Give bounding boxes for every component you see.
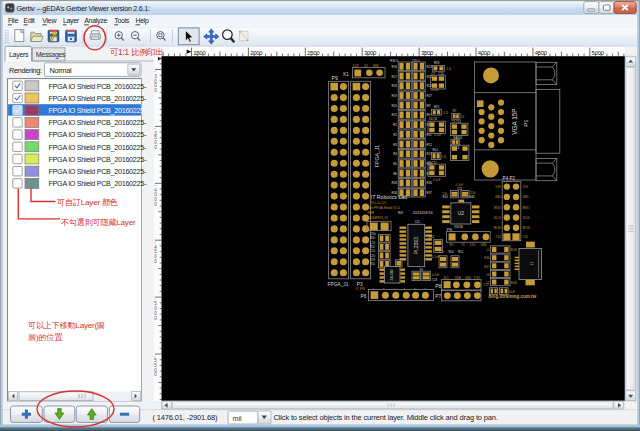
svg-text:GND: GND xyxy=(465,276,471,280)
svg-text:R5: R5 xyxy=(393,162,397,166)
svg-text:C14: C14 xyxy=(370,241,375,245)
svg-text:R36: R36 xyxy=(427,181,433,185)
svg-text:U1: U1 xyxy=(415,220,420,224)
svg-text:U2: U2 xyxy=(458,211,464,216)
svg-text:可自訂Layer 顏色: 可自訂Layer 顏色 xyxy=(57,198,118,207)
svg-text:IT Robotics Lab: IT Robotics Lab xyxy=(371,194,407,200)
svg-text:MOSI: MOSI xyxy=(522,226,529,230)
svg-text:VGA 15P: VGA 15P xyxy=(511,108,518,134)
svg-text:PWR: PWR xyxy=(368,211,375,215)
svg-text:0: 0 xyxy=(154,372,157,377)
svg-text:R17: R17 xyxy=(391,75,397,79)
svg-text:Th 0.1u C21: Th 0.1u C21 xyxy=(371,201,387,205)
svg-text:24LC02: 24LC02 xyxy=(391,269,395,280)
svg-text:K1: K1 xyxy=(343,72,349,77)
svg-text:MOSI: MOSI xyxy=(494,226,501,230)
svg-text:FPGA IO Shield PCB_20160225-: FPGA IO Shield PCB_20160225- xyxy=(49,179,147,188)
svg-text:SCLK: SCLK xyxy=(494,216,501,220)
svg-text:2500: 2500 xyxy=(307,50,320,56)
svg-text:TX: TX xyxy=(461,243,465,247)
svg-text:C18: C18 xyxy=(432,278,438,282)
svg-text:R47: R47 xyxy=(484,265,490,269)
svg-text:0.2uF: 0.2uF xyxy=(431,88,439,92)
svg-text:Click to select objects in the: Click to select objects in the current l… xyxy=(274,413,498,422)
svg-text:2015/03/16: 2015/03/16 xyxy=(413,210,434,215)
svg-text:3500: 3500 xyxy=(421,50,434,56)
svg-text:R40: R40 xyxy=(370,236,375,240)
svg-text:4.7k: 4.7k xyxy=(439,250,445,254)
svg-text:R3: R3 xyxy=(393,143,397,147)
svg-text:CS1: CS1 xyxy=(522,235,528,239)
svg-text:Analyze: Analyze xyxy=(84,17,107,25)
svg-text:P4 P2: P4 P2 xyxy=(503,176,516,181)
svg-text:3.3V: 3.3V xyxy=(470,243,476,247)
svg-text:層)的位置: 層)的位置 xyxy=(28,333,63,342)
svg-text:R50: R50 xyxy=(370,262,375,266)
svg-text:C12: C12 xyxy=(429,235,435,239)
svg-text:FPGA_J1: FPGA_J1 xyxy=(374,145,380,168)
svg-text:R44: R44 xyxy=(443,195,449,199)
svg-text:CS2: CS2 xyxy=(496,235,502,239)
svg-text:MISO: MISO xyxy=(494,206,502,210)
svg-text:0 Ω: 0 Ω xyxy=(443,111,447,115)
svg-text:0: 0 xyxy=(154,316,157,321)
svg-text:R28: R28 xyxy=(434,61,440,65)
svg-text:R51: R51 xyxy=(458,250,464,254)
svg-text:R34 0: R34 0 xyxy=(390,59,398,63)
svg-text:C6 C8: C6 C8 xyxy=(429,117,437,121)
svg-text:SDA: SDA xyxy=(455,276,461,280)
svg-text:BLM: BLM xyxy=(511,281,517,285)
svg-text:R16: R16 xyxy=(391,65,397,69)
svg-text:2000: 2000 xyxy=(250,50,263,56)
svg-text:SCLK: SCLK xyxy=(522,216,529,220)
svg-text:3.3V: 3.3V xyxy=(522,185,528,189)
svg-text:R18: R18 xyxy=(391,84,397,88)
svg-text:C15: C15 xyxy=(483,283,489,287)
svg-text:4500: 4500 xyxy=(535,50,548,56)
svg-text:Normal: Normal xyxy=(50,66,72,75)
svg-text:0.1uF: 0.1uF xyxy=(433,178,441,182)
svg-text:50: 50 xyxy=(461,115,465,119)
svg-text:R23: R23 xyxy=(427,65,433,69)
svg-text:R52: R52 xyxy=(370,245,375,249)
svg-text:R54: R54 xyxy=(449,250,455,254)
svg-text:Edit: Edit xyxy=(24,17,35,24)
svg-text:MISO: MISO xyxy=(522,206,530,210)
svg-text:3.3V: 3.3V xyxy=(474,276,480,280)
svg-text:0 Ω: 0 Ω xyxy=(447,67,451,71)
svg-text:R54: R54 xyxy=(433,148,439,152)
svg-text:R4: R4 xyxy=(393,152,397,156)
svg-text:0.1uF: 0.1uF xyxy=(432,255,440,259)
svg-text:View: View xyxy=(42,17,57,24)
svg-text:FPGA IO Shield PCB_20160225-: FPGA IO Shield PCB_20160225- xyxy=(49,130,147,139)
svg-text:Rendering:: Rendering: xyxy=(9,66,42,75)
svg-text:FPGA IO Shield PCB_20160225-: FPGA IO Shield PCB_20160225- xyxy=(49,155,147,164)
svg-text:R21: R21 xyxy=(391,113,397,117)
svg-text:R7: R7 xyxy=(453,109,457,113)
svg-text:0: 0 xyxy=(154,259,157,264)
svg-text:220k: 220k xyxy=(370,232,376,236)
svg-text:C15: C15 xyxy=(457,187,463,191)
svg-text:FPGA IO Shield PCB_20160225-: FPGA IO Shield PCB_20160225- xyxy=(49,143,147,152)
svg-text:0: 0 xyxy=(154,145,157,150)
svg-text:GND: GND xyxy=(481,243,487,247)
svg-text:R1: R1 xyxy=(393,123,397,127)
svg-text:Help: Help xyxy=(136,17,150,25)
svg-text:FPGA IO Shield PCB_20160225-: FPGA IO Shield PCB_20160225- xyxy=(49,118,147,127)
svg-text:可以上下移動Layer(圖: 可以上下移動Layer(圖 xyxy=(28,321,105,330)
svg-text:P6: P6 xyxy=(361,294,367,299)
svg-text:Layers: Layers xyxy=(9,51,29,59)
svg-text:R20: R20 xyxy=(391,104,397,108)
svg-text:FPGA IO Shield PCB_20160225-: FPGA IO Shield PCB_20160225- xyxy=(49,167,147,176)
svg-text:FPGA IO Shield PCB_20160225-: FPGA IO Shield PCB_20160225- xyxy=(49,82,147,91)
svg-text:File: File xyxy=(8,17,18,24)
svg-text:P1: P1 xyxy=(523,119,529,127)
svg-text:L2: L2 xyxy=(486,248,490,252)
svg-text:C10: C10 xyxy=(370,249,375,253)
svg-text:R37: R37 xyxy=(427,191,433,195)
svg-text:R12: R12 xyxy=(427,143,433,147)
svg-text:See FPGA Shield V1.0: See FPGA Shield V1.0 xyxy=(368,206,400,210)
svg-text:0: 0 xyxy=(154,202,157,207)
svg-text:J1: J1 xyxy=(530,262,534,266)
svg-text:不勾選則可隱藏Layer: 不勾選則可隱藏Layer xyxy=(61,217,136,227)
